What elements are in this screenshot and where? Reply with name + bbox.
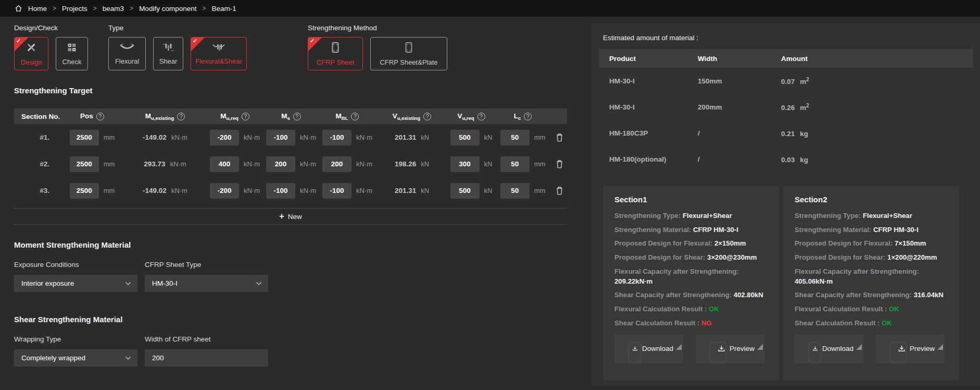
width-cell: / [698,155,781,163]
wrapping-type-select[interactable]: Completely wrapped [14,349,137,367]
option-design[interactable]: ✓ Design [14,37,48,70]
trash-icon[interactable] [556,186,563,195]
ms-input[interactable] [266,183,295,199]
pos-input[interactable] [70,156,99,172]
option-label: CFRP Sheet&Plate [380,58,437,66]
download-button[interactable]: Download [795,334,863,363]
preview-button[interactable]: Preview [876,334,945,363]
breadcrumb-projects[interactable]: Projects [62,5,87,13]
corner-fold-icon [937,344,943,350]
home-icon[interactable] [15,5,22,12]
result-value: OK [709,305,719,313]
shear-icon [161,42,175,55]
material-table-header: Product Width Amount [599,49,973,68]
help-icon[interactable]: ? [177,113,185,120]
lc-input[interactable] [500,183,530,199]
product-cell: HM-180C3P [609,129,698,137]
exposure-conditions-select[interactable]: Interior exposure [14,275,137,292]
add-section-button[interactable]: + New [14,208,567,225]
table-row: #3. mm -149.02kN·m kN·m kN·m kN·m 201.31… [14,177,567,204]
mu-existing-value: -149.02 [143,133,167,141]
unit-label: mm [104,187,115,194]
cfrp-sheet-type-select[interactable]: HM-30-I [145,275,268,292]
mbl-input[interactable] [322,183,351,199]
material-panel-title: Estimated amount of material : [603,34,973,42]
unit-label: kN·m [171,133,187,141]
column-header-width: Width [698,55,781,63]
breadcrumb-beam[interactable]: Beam-1 [211,5,236,13]
download-button[interactable]: Download [614,334,683,363]
pos-input[interactable] [70,130,99,145]
check-icon: ✓ [310,38,315,44]
material-row: HM-180C3P / 0.21kg [599,120,973,146]
result-value: OK [882,319,892,327]
unit-label: mm [104,133,115,141]
mu-req-input[interactable] [210,156,239,172]
unit-label: kN·m [300,133,316,141]
help-icon[interactable]: ? [351,113,359,120]
vu-req-input[interactable] [450,156,480,172]
ms-input[interactable] [266,156,295,172]
unit-label: kN·m [356,187,372,194]
cfrp-width-input[interactable] [145,349,268,367]
trash-icon[interactable] [556,133,563,142]
table-header-row: Section No. Pos? Mu,existing? Mu,req? Ms… [14,108,567,124]
lc-input[interactable] [500,156,530,172]
unit-label: kN·m [356,133,372,141]
trash-icon[interactable] [556,160,563,168]
ms-input[interactable] [266,130,295,145]
column-header-mu-existing: Mu,existing? [123,112,207,121]
calculator-icon [66,42,78,55]
mbl-input[interactable] [322,156,351,172]
help-icon[interactable]: ? [524,113,532,120]
option-check[interactable]: Check [56,37,88,70]
mu-req-input[interactable] [210,183,239,199]
breadcrumb-project[interactable]: beam3 [103,5,124,13]
vu-req-input[interactable] [450,183,480,199]
help-icon[interactable]: ? [478,113,485,120]
unit-label: kN·m [171,187,187,194]
help-icon[interactable]: ? [423,113,431,120]
option-flexural-shear[interactable]: ✓ Flexural&Shear [191,37,247,70]
unit-label: kN·m [170,160,186,168]
chevron-down-icon [256,282,262,286]
section-title: Section2 [795,195,948,204]
check-icon: ✓ [16,38,21,44]
unit-label: kN·m [244,160,260,168]
product-cell: HM-30-I [609,77,698,85]
option-cfrp-sheet[interactable]: ✓ CFRP Sheet [308,37,363,70]
unit-label: kN [484,133,493,141]
option-flexural[interactable]: Flexural [108,37,146,70]
option-label: Flexural&Shear [195,57,242,65]
breadcrumb-modify-component[interactable]: Modify component [139,5,196,13]
lc-input[interactable] [500,130,530,145]
preview-button[interactable]: Preview [696,334,764,363]
option-cfrp-sheet-plate[interactable]: CFRP Sheet&Plate [370,37,447,70]
cfrp-sheet-plate-icon [404,41,414,56]
table-row: #2. mm 293.73kN·m kN·m kN·m kN·m 198.26k… [14,151,567,177]
help-icon[interactable]: ? [242,113,249,120]
preview-label: Preview [910,345,935,352]
help-icon[interactable]: ? [293,113,301,120]
breadcrumb-home[interactable]: Home [28,5,47,13]
help-icon[interactable]: ? [96,113,104,120]
column-header-mbl: MBL? [319,112,375,121]
option-label: Flexural [115,57,139,65]
vu-req-input[interactable] [450,130,480,145]
pos-input[interactable] [70,183,99,199]
plus-icon: + [279,212,284,221]
mu-req-input[interactable] [210,130,239,145]
option-label: CFRP Sheet [317,58,355,66]
option-shear[interactable]: Shear [153,37,183,70]
unit-label: kN·m [244,187,260,194]
design-check-group-label: Design/Check [14,24,108,32]
unit-label: kN [421,187,429,194]
column-header-product: Product [609,55,698,63]
unit-label: mm [534,187,546,194]
row-number: #3. [14,187,61,194]
mbl-input[interactable] [322,130,351,145]
strengthening-target-heading: Strengthening Target [14,86,592,95]
option-label: Design [21,58,42,66]
exposure-conditions-label: Exposure Conditions [14,261,145,269]
breadcrumb: Home > Projects > beam3 > Modify compone… [0,0,980,17]
